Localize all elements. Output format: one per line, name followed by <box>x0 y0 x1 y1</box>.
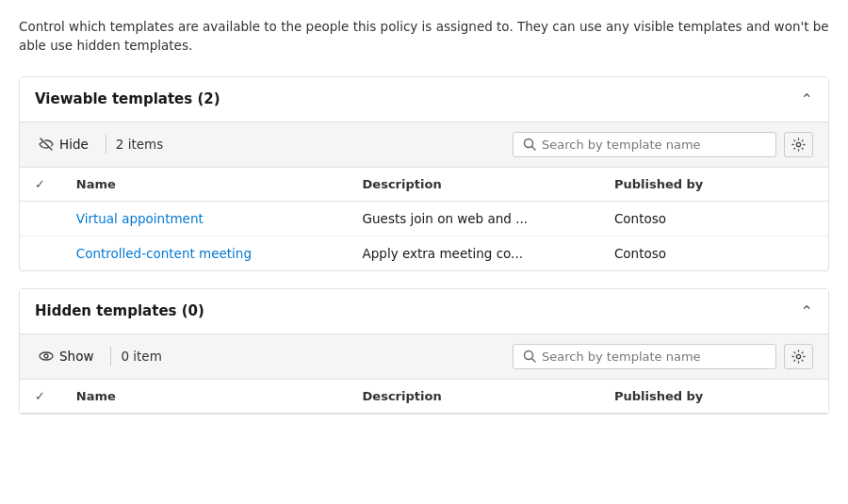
viewable-table-header-row: ✓ Name Description Published by <box>20 168 828 202</box>
viewable-check-col-header: ✓ <box>20 168 61 202</box>
hidden-toolbar-right <box>513 344 813 369</box>
viewable-search-box <box>513 132 776 157</box>
viewable-templates-section: Viewable templates (2) ⌃ Hide 2 items <box>19 76 829 271</box>
table-row: Virtual appointment Guests join on web a… <box>20 201 828 236</box>
hidden-check-col-header: ✓ <box>20 380 61 414</box>
hidden-search-box <box>513 344 776 369</box>
template-name-link[interactable]: Controlled-content meeting <box>76 246 252 261</box>
hidden-name-col-header: Name <box>61 380 348 414</box>
viewable-pub-col-header: Published by <box>599 168 828 202</box>
row-pub-cell: Contoso <box>599 201 828 236</box>
svg-point-4 <box>40 352 53 360</box>
show-icon <box>39 349 54 364</box>
hide-button[interactable]: Hide <box>35 133 96 155</box>
hidden-toolbar: Show 0 item <box>20 334 828 380</box>
hidden-section-title: Hidden templates (0) <box>35 302 204 319</box>
viewable-gear-icon <box>791 138 806 152</box>
viewable-section-header: Viewable templates (2) ⌃ <box>20 77 828 122</box>
hidden-gear-button[interactable] <box>784 344 813 369</box>
viewable-name-col-header: Name <box>61 168 348 202</box>
hidden-search-icon <box>523 350 536 363</box>
hidden-toolbar-divider <box>110 347 111 366</box>
hide-button-label: Hide <box>59 137 89 152</box>
svg-line-7 <box>532 359 536 363</box>
viewable-search-input[interactable] <box>542 138 766 152</box>
row-desc-cell: Guests join on web and ... <box>348 201 599 236</box>
svg-line-2 <box>532 147 536 151</box>
viewable-toolbar-left: Hide 2 items <box>35 133 163 155</box>
viewable-toolbar-divider <box>106 135 106 154</box>
viewable-search-icon <box>523 138 536 151</box>
hidden-collapse-icon[interactable]: ⌃ <box>801 302 813 320</box>
show-button[interactable]: Show <box>35 345 101 367</box>
row-desc-cell: Apply extra meeting co... <box>348 236 599 270</box>
show-button-label: Show <box>59 349 93 364</box>
hidden-table: ✓ Name Description Published by <box>20 380 828 414</box>
row-pub-cell: Contoso <box>599 236 828 270</box>
table-row: Controlled-content meeting Apply extra m… <box>20 236 828 270</box>
template-name-link[interactable]: Virtual appointment <box>76 211 204 226</box>
row-check-cell <box>20 236 61 270</box>
hidden-item-count: 0 item <box>121 349 161 364</box>
svg-point-8 <box>796 354 800 358</box>
viewable-collapse-icon[interactable]: ⌃ <box>801 90 813 108</box>
hidden-toolbar-left: Show 0 item <box>35 345 162 367</box>
hidden-table-header-row: ✓ Name Description Published by <box>20 380 828 414</box>
hidden-header-check: ✓ <box>35 389 45 403</box>
viewable-header-check: ✓ <box>35 177 45 191</box>
row-check-cell <box>20 201 61 236</box>
svg-point-5 <box>44 354 48 358</box>
hidden-search-input[interactable] <box>542 350 766 364</box>
hidden-pub-col-header: Published by <box>599 380 828 414</box>
hidden-desc-col-header: Description <box>348 380 599 414</box>
viewable-item-count: 2 items <box>116 137 163 152</box>
page-container: Control which templates are available to… <box>0 0 848 415</box>
hidden-templates-section: Hidden templates (0) ⌃ Show 0 item <box>19 288 829 415</box>
viewable-toolbar: Hide 2 items <box>20 122 828 168</box>
viewable-gear-button[interactable] <box>784 132 813 157</box>
hidden-section-header: Hidden templates (0) ⌃ <box>20 289 828 334</box>
viewable-toolbar-right <box>513 132 813 157</box>
hide-icon <box>39 137 54 152</box>
row-name-cell: Controlled-content meeting <box>61 236 348 270</box>
hidden-gear-icon <box>791 350 806 364</box>
svg-point-3 <box>796 142 800 146</box>
page-description: Control which templates are available to… <box>19 17 829 56</box>
row-name-cell: Virtual appointment <box>61 201 348 236</box>
viewable-desc-col-header: Description <box>348 168 599 202</box>
viewable-table: ✓ Name Description Published by Vir <box>20 168 828 270</box>
viewable-section-title: Viewable templates (2) <box>35 90 220 107</box>
